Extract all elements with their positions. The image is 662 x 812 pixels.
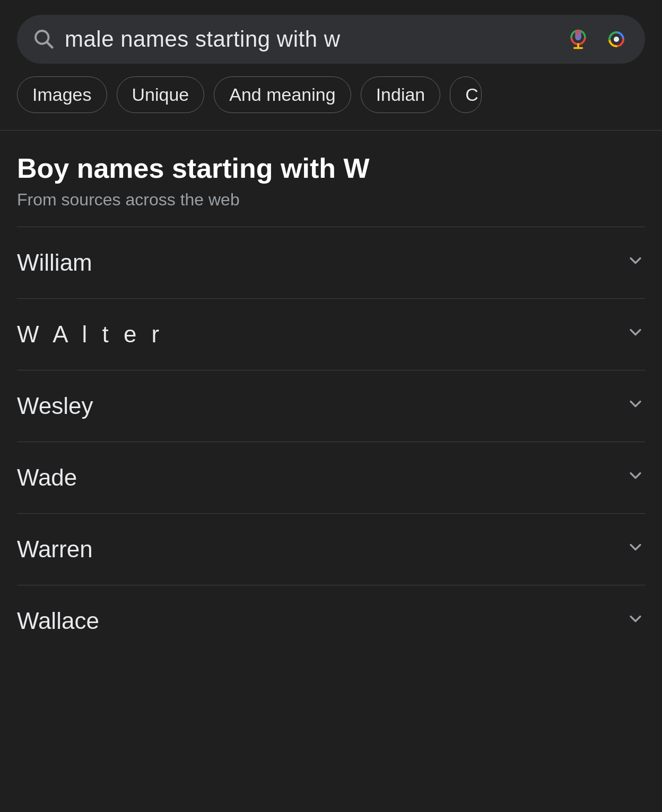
name-item-wesley[interactable]: Wesley [17, 370, 645, 442]
chevron-down-icon-wade [626, 466, 645, 490]
section-subtitle: From sources across the web [17, 190, 645, 210]
google-lens-icon[interactable] [603, 25, 630, 53]
svg-rect-5 [576, 30, 581, 40]
name-item-wallace[interactable]: Wallace [17, 585, 645, 645]
chip-unique[interactable]: Unique [117, 76, 205, 113]
chip-c[interactable]: C [450, 76, 482, 113]
name-item-walter[interactable]: W A l t e r [17, 298, 645, 370]
chip-and-meaning[interactable]: And meaning [214, 76, 351, 113]
microphone-icon[interactable] [564, 25, 592, 53]
svg-point-8 [614, 37, 619, 42]
search-query-text: male names starting with w [65, 27, 554, 52]
names-list: William W A l t e r Wesley [17, 227, 645, 645]
name-label-warren: Warren [17, 536, 93, 563]
filter-chips-row: Images Unique And meaning Indian C [0, 76, 662, 130]
chevron-down-icon-walter [626, 323, 645, 347]
chip-indian[interactable]: Indian [361, 76, 441, 113]
chevron-down-icon-wesley [626, 394, 645, 418]
name-item-warren[interactable]: Warren [17, 513, 645, 585]
search-bar-container: male names starting with w [0, 0, 662, 76]
chevron-down-icon-wallace [626, 609, 645, 633]
name-label-wesley: Wesley [17, 393, 93, 419]
search-right-icons [564, 25, 630, 53]
name-label-walter: W A l t e r [17, 321, 163, 348]
chevron-down-icon-warren [626, 538, 645, 562]
chip-images[interactable]: Images [17, 76, 107, 113]
search-bar[interactable]: male names starting with w [17, 15, 645, 64]
search-icon [32, 27, 54, 51]
name-label-wade: Wade [17, 464, 77, 491]
name-item-wade[interactable]: Wade [17, 442, 645, 513]
section-title: Boy names starting with W [17, 152, 645, 185]
name-item-william[interactable]: William [17, 227, 645, 298]
name-label-william: William [17, 249, 92, 276]
name-label-wallace: Wallace [17, 608, 99, 634]
svg-line-1 [47, 42, 53, 48]
main-content: Boy names starting with W From sources a… [0, 131, 662, 645]
chevron-down-icon-william [626, 251, 645, 275]
